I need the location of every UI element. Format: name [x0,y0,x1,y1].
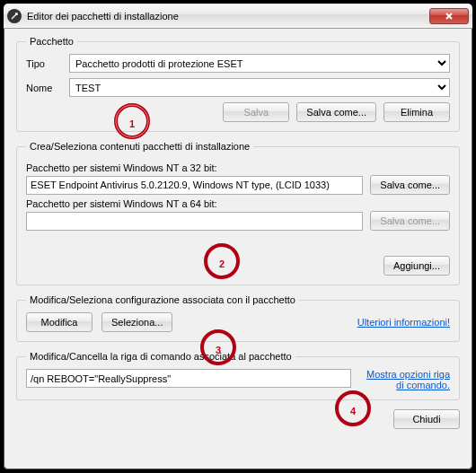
delete-button[interactable]: Elimina [383,102,450,122]
tipo-label: Tipo [26,58,62,69]
group-pacchetto-legend: Pacchetto [26,36,77,47]
pkg64-field[interactable] [26,212,363,231]
save-button[interactable]: Salva [223,102,289,122]
cmd-options-link[interactable]: Mostra opzioni riga di comando. [360,369,450,390]
nome-select[interactable]: TEST [69,78,450,97]
pkg32-save-as-button[interactable]: Salva come... [370,175,450,195]
cmdline-field[interactable] [26,369,351,388]
group-pacchetto: Pacchetto Tipo Pacchetto prodotti di pro… [16,36,460,132]
select-button[interactable]: Seleziona... [101,312,172,332]
group-cmdline-legend: Modifica/Cancella la riga di comando ass… [26,351,295,362]
group-contents-legend: Crea/Seleziona contenuti pacchetti di in… [26,141,253,152]
pkg64-label: Pacchetto per sistemi Windows NT a 64 bi… [26,198,450,209]
window-frame: Editor dei pacchetti di installazione Pa… [0,0,476,473]
group-contents: Crea/Seleziona contenuti pacchetti di in… [16,141,460,285]
nome-label: Nome [26,83,62,93]
save-as-button[interactable]: Salva come... [296,102,376,122]
group-cmdline: Modifica/Cancella la riga di comando ass… [16,351,460,400]
pkg32-label: Pacchetto per sistemi Windows NT a 32 bi… [26,162,450,173]
modify-button[interactable]: Modifica [26,312,93,332]
pkg32-field[interactable] [26,176,363,195]
app-icon [7,9,22,23]
window-close-button[interactable] [429,8,469,24]
window-title: Editor dei pacchetti di installazione [27,11,429,22]
group-config-legend: Modifica/Seleziona configurazione associ… [26,294,299,305]
tipo-select[interactable]: Pacchetto prodotti di protezione ESET [69,54,450,73]
add-button[interactable]: Aggiungi... [383,256,450,276]
pkg64-save-as-button[interactable]: Salva come... [370,211,450,231]
more-info-link[interactable]: Ulteriori informazioni! [357,317,450,328]
group-config: Modifica/Seleziona configurazione associ… [16,294,460,342]
close-button[interactable]: Chiudi [393,409,460,429]
titlebar[interactable]: Editor dei pacchetti di installazione [4,4,472,29]
